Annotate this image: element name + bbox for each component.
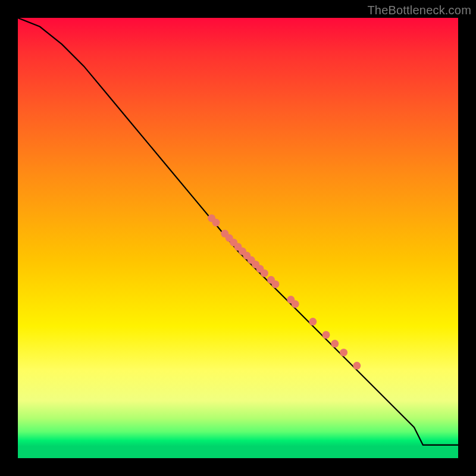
data-point [292, 300, 299, 308]
data-point [331, 340, 339, 347]
credit-text: TheBottleneck.com [367, 4, 471, 17]
chart-svg [18, 18, 458, 458]
data-point [353, 362, 361, 369]
chart-curve [18, 18, 458, 445]
data-point [322, 331, 330, 339]
data-point [261, 270, 268, 277]
chart-points [208, 214, 361, 369]
data-point [271, 280, 279, 288]
data-point [309, 318, 317, 325]
data-point [340, 349, 347, 356]
data-point [212, 219, 220, 227]
